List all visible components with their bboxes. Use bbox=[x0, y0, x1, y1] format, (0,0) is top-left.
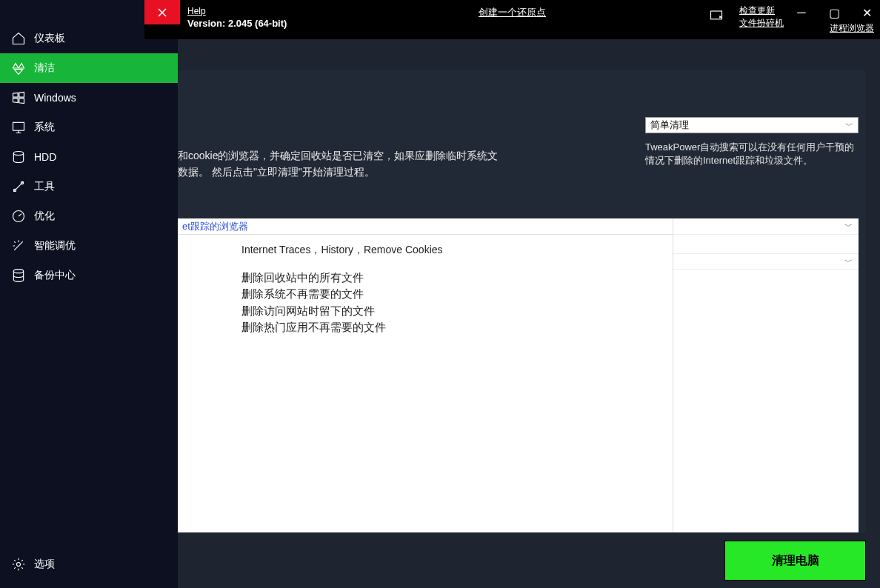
folder-icon bbox=[708, 7, 724, 23]
process-viewer-link[interactable]: 进程浏览器 bbox=[830, 23, 874, 33]
section-subtext: Internet Traces，History，Remove Cookies bbox=[241, 244, 443, 257]
chevron-down-icon: ﹀ bbox=[844, 221, 853, 232]
task-items: 删除回收站中的所有文件 删除系统不再需要的文件 删除访问网站时留下的文件 删除热… bbox=[178, 265, 673, 336]
sidebar-item-label: 优化 bbox=[34, 210, 55, 223]
restore-point-link[interactable]: 创建一个还原点 bbox=[479, 6, 546, 19]
sidebar-item-options[interactable]: 选项 bbox=[0, 549, 178, 579]
task-item: 删除热门应用不再需要的文件 bbox=[241, 319, 673, 335]
button-label: 清理电脑 bbox=[772, 553, 819, 569]
tools-icon bbox=[10, 178, 27, 195]
file-shredder-link[interactable]: 文件扮碎机 bbox=[739, 17, 784, 30]
sidebar-item-clean[interactable]: 清洁 bbox=[0, 53, 178, 83]
gauge-icon bbox=[10, 208, 27, 224]
expand-row-1[interactable]: ﹀ bbox=[673, 218, 859, 235]
clean-mode-select[interactable]: 简单清理 ﹀ bbox=[645, 117, 859, 133]
svg-point-5 bbox=[13, 270, 23, 273]
close-icon bbox=[157, 7, 167, 18]
panel-right-column: ﹀ ﹀ bbox=[673, 218, 859, 532]
panel-section-header[interactable]: et跟踪的浏览器 bbox=[178, 218, 673, 235]
sidebar-item-label: Windows bbox=[34, 92, 76, 104]
chevron-down-icon: ﹀ bbox=[844, 256, 853, 267]
sidebar-item-label: 仪表板 bbox=[34, 32, 65, 45]
close-window-button[interactable]: ✕ bbox=[859, 6, 874, 20]
version-text: Version: 2.045 (64-bit) bbox=[187, 18, 287, 29]
sidebar-item-backup[interactable]: 备份中心 bbox=[0, 261, 178, 290]
content-panel: 和cookie的浏览器，并确定回收站是否已清空，如果应删除临时系统文 数据。 然… bbox=[178, 70, 866, 532]
sidebar-item-system[interactable]: 系统 bbox=[0, 113, 178, 142]
svg-point-6 bbox=[17, 563, 21, 567]
sidebar-item-label: HDD bbox=[34, 151, 56, 163]
chevron-down-icon: ﹀ bbox=[845, 120, 853, 131]
svg-rect-0 bbox=[13, 122, 24, 130]
sidebar-item-optimize[interactable]: 优化 bbox=[0, 201, 178, 231]
sidebar-item-label: 备份中心 bbox=[34, 269, 76, 282]
gear-icon bbox=[10, 556, 27, 572]
hdd-icon bbox=[10, 149, 27, 165]
sidebar-item-windows[interactable]: Windows bbox=[0, 83, 178, 113]
windows-icon bbox=[10, 90, 27, 106]
task-item: 删除系统不再需要的文件 bbox=[241, 286, 673, 302]
clean-computer-button[interactable]: 清理电脑 bbox=[724, 541, 866, 581]
section-sub-row: Internet Traces，History，Remove Cookies bbox=[241, 241, 673, 259]
sidebar-item-label: 工具 bbox=[34, 180, 55, 193]
sidebar-item-label: 清洁 bbox=[34, 61, 55, 75]
minimize-button[interactable]: ─ bbox=[794, 6, 809, 20]
check-update-link[interactable]: 检查更新 bbox=[739, 4, 775, 17]
description-text: 和cookie的浏览器，并确定回收站是否已清空，如果应删除临时系统文 数据。 然… bbox=[178, 147, 607, 181]
wand-icon bbox=[10, 238, 27, 254]
database-icon bbox=[10, 267, 27, 284]
titlebar: Help Version: 2.045 (64-bit) 创建一个还原点 检查更… bbox=[144, 0, 880, 39]
titlebar-info: Help Version: 2.045 (64-bit) bbox=[180, 0, 287, 29]
close-button[interactable] bbox=[144, 0, 180, 24]
sidebar-item-label: 智能调优 bbox=[34, 239, 76, 253]
sidebar: 仪表板 清洁 Windows 系统 HDD bbox=[0, 0, 178, 588]
recycle-icon bbox=[10, 60, 27, 76]
sidebar-item-label: 系统 bbox=[34, 121, 55, 134]
task-item: 删除访问网站时留下的文件 bbox=[241, 303, 673, 319]
sidebar-item-hdd[interactable]: HDD bbox=[0, 142, 178, 172]
window-controls: ─ ▢ ✕ bbox=[794, 6, 874, 20]
svg-point-1 bbox=[13, 152, 23, 156]
help-link[interactable]: Help bbox=[187, 6, 287, 16]
home-icon bbox=[10, 30, 27, 47]
select-description: TweakPower自动搜索可以在没有任何用户干预的情况下删除的Internet… bbox=[645, 141, 859, 167]
sidebar-item-tools[interactable]: 工具 bbox=[0, 172, 178, 201]
sidebar-item-label: 选项 bbox=[34, 558, 55, 571]
section-title: et跟踪的浏览器 bbox=[182, 220, 248, 233]
sidebar-item-smart-tuning[interactable]: 智能调优 bbox=[0, 231, 178, 261]
maximize-button[interactable]: ▢ bbox=[827, 6, 841, 20]
svg-rect-7 bbox=[711, 11, 722, 19]
task-item: 删除回收站中的所有文件 bbox=[241, 270, 673, 286]
select-value: 简单清理 bbox=[650, 118, 689, 132]
monitor-icon bbox=[10, 119, 27, 136]
expand-row-2[interactable]: ﹀ bbox=[673, 253, 859, 270]
task-panel: et跟踪的浏览器 Internet Traces，History，Remove … bbox=[178, 218, 859, 532]
main-area: 和cookie的浏览器，并确定回收站是否已清空，如果应删除临时系统文 数据。 然… bbox=[178, 39, 880, 588]
